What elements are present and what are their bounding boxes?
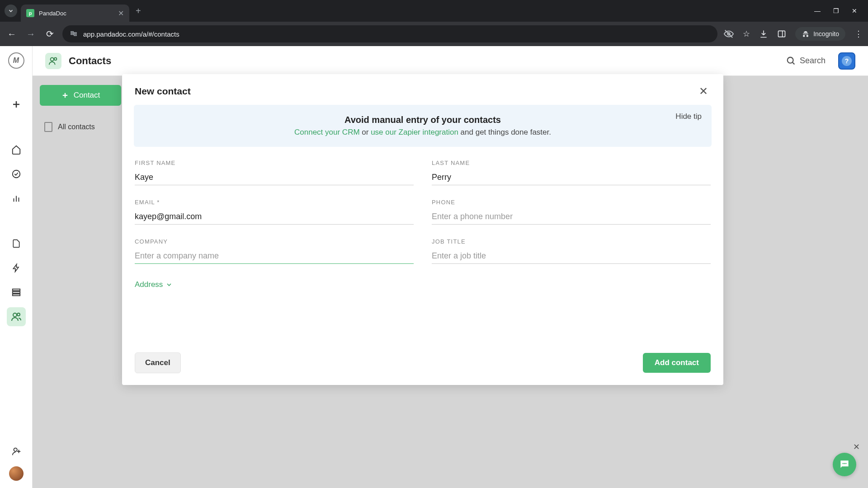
tab-search-button[interactable] bbox=[5, 5, 17, 17]
phone-label: PHONE bbox=[432, 199, 711, 206]
first-name-field: FIRST NAME bbox=[135, 160, 414, 185]
svg-point-30 bbox=[845, 463, 847, 465]
app-root: M bbox=[0, 46, 868, 488]
new-contact-modal: New contact ✕ Hide tip Avoid manual entr… bbox=[122, 74, 723, 385]
company-input[interactable] bbox=[135, 249, 414, 264]
contacts-side-column: Contact All contacts bbox=[40, 85, 121, 132]
last-name-input[interactable] bbox=[432, 170, 711, 185]
rail-catalog-icon[interactable] bbox=[7, 283, 26, 302]
first-name-label: FIRST NAME bbox=[135, 160, 414, 166]
left-rail: M bbox=[0, 46, 33, 488]
modal-title: New contact bbox=[135, 86, 191, 97]
tip-title: Avoid manual entry of your contacts bbox=[145, 115, 701, 125]
maximize-icon[interactable]: ❐ bbox=[833, 7, 839, 14]
browser-tab[interactable]: p PandaDoc ✕ bbox=[21, 5, 129, 22]
svg-point-18 bbox=[17, 313, 20, 316]
tab-close-icon[interactable]: ✕ bbox=[118, 9, 124, 18]
close-window-icon[interactable]: ✕ bbox=[852, 7, 857, 14]
svg-point-10 bbox=[12, 170, 20, 178]
svg-rect-16 bbox=[12, 294, 20, 296]
connect-crm-link[interactable]: Connect your CRM bbox=[294, 128, 360, 136]
window-controls: ― ❐ ✕ bbox=[814, 7, 863, 14]
modal-close-icon[interactable]: ✕ bbox=[696, 84, 711, 99]
kebab-menu-icon[interactable]: ⋮ bbox=[854, 29, 863, 39]
email-input[interactable] bbox=[135, 209, 414, 225]
job-title-field: JOB TITLE bbox=[432, 238, 711, 264]
rail-documents-icon[interactable] bbox=[7, 234, 26, 253]
rail-automation-icon[interactable] bbox=[7, 258, 26, 277]
all-contacts-item[interactable]: All contacts bbox=[40, 122, 121, 132]
hide-tip-button[interactable]: Hide tip bbox=[675, 112, 702, 121]
url-field[interactable]: app.pandadoc.com/a/#/contacts bbox=[62, 25, 717, 42]
back-icon[interactable]: ← bbox=[5, 29, 18, 39]
eye-off-icon[interactable] bbox=[724, 29, 734, 39]
job-title-label: JOB TITLE bbox=[432, 238, 711, 245]
svg-point-22 bbox=[51, 57, 54, 61]
new-contact-label: Contact bbox=[74, 91, 100, 100]
contacts-page-icon bbox=[45, 53, 61, 69]
bookmark-star-icon[interactable]: ☆ bbox=[743, 29, 750, 39]
rail-reports-icon[interactable] bbox=[7, 189, 26, 208]
svg-point-28 bbox=[842, 463, 844, 465]
new-tab-button[interactable]: + bbox=[133, 6, 144, 16]
incognito-label: Incognito bbox=[813, 30, 839, 38]
help-button[interactable]: ? bbox=[838, 52, 855, 70]
chat-fab[interactable] bbox=[833, 453, 856, 476]
incognito-badge[interactable]: Incognito bbox=[795, 27, 845, 41]
page-title: Contacts bbox=[69, 55, 111, 67]
last-name-label: LAST NAME bbox=[432, 160, 711, 166]
modal-footer: Cancel Add contact bbox=[122, 352, 723, 373]
zapier-link[interactable]: use our Zapier integration bbox=[371, 128, 458, 136]
svg-point-19 bbox=[14, 448, 17, 451]
add-contact-button[interactable]: Add contact bbox=[643, 353, 711, 373]
chat-dismiss-icon[interactable]: ✕ bbox=[853, 442, 860, 452]
phone-input[interactable] bbox=[432, 209, 711, 225]
job-title-input[interactable] bbox=[432, 249, 711, 264]
svg-rect-14 bbox=[12, 289, 20, 291]
svg-rect-2 bbox=[74, 33, 76, 33]
tip-body: Connect your CRM or use our Zapier integ… bbox=[145, 128, 701, 137]
svg-point-29 bbox=[844, 463, 845, 465]
rail-invite-icon[interactable] bbox=[7, 442, 26, 461]
forward-icon[interactable]: → bbox=[24, 29, 37, 39]
address-label: Address bbox=[135, 280, 163, 289]
workspace-logo[interactable]: M bbox=[8, 52, 24, 69]
svg-rect-15 bbox=[12, 291, 20, 293]
company-field: COMPANY bbox=[135, 238, 414, 264]
svg-rect-6 bbox=[778, 31, 785, 37]
address-toggle[interactable]: Address bbox=[135, 280, 711, 289]
reload-icon[interactable]: ⟳ bbox=[43, 28, 56, 39]
svg-point-23 bbox=[54, 57, 57, 60]
site-settings-icon[interactable] bbox=[70, 30, 78, 38]
svg-point-17 bbox=[13, 313, 17, 317]
page-header: Contacts Search ? bbox=[33, 46, 868, 76]
tab-strip: p PandaDoc ✕ + ― ❐ ✕ bbox=[0, 0, 868, 22]
email-label: EMAIL * bbox=[135, 199, 414, 206]
browser-chrome: p PandaDoc ✕ + ― ❐ ✕ ← → ⟳ app.pandadoc.… bbox=[0, 0, 868, 46]
search-label: Search bbox=[800, 56, 826, 66]
rail-home-icon[interactable] bbox=[7, 140, 26, 159]
chevron-down-icon bbox=[165, 281, 173, 288]
rail-create-icon[interactable] bbox=[7, 95, 26, 114]
tip-box: Hide tip Avoid manual entry of your cont… bbox=[134, 105, 712, 147]
rail-contacts-icon[interactable] bbox=[7, 307, 26, 326]
address-bar: ← → ⟳ app.pandadoc.com/a/#/contacts ☆ In… bbox=[0, 22, 868, 46]
side-panel-icon[interactable] bbox=[777, 29, 786, 38]
downloads-icon[interactable] bbox=[759, 29, 768, 38]
cancel-button[interactable]: Cancel bbox=[135, 352, 181, 373]
rail-tasks-icon[interactable] bbox=[7, 164, 26, 183]
url-text: app.pandadoc.com/a/#/contacts bbox=[83, 30, 179, 38]
svg-point-24 bbox=[788, 57, 793, 63]
company-label: COMPANY bbox=[135, 238, 414, 245]
tab-title: PandaDoc bbox=[39, 10, 113, 17]
document-icon bbox=[44, 122, 52, 132]
email-field: EMAIL * bbox=[135, 199, 414, 225]
new-contact-button[interactable]: Contact bbox=[40, 85, 121, 106]
first-name-input[interactable] bbox=[135, 170, 414, 185]
svg-rect-3 bbox=[74, 35, 76, 36]
minimize-icon[interactable]: ― bbox=[814, 7, 821, 14]
last-name-field: LAST NAME bbox=[432, 160, 711, 185]
rail-avatar[interactable] bbox=[9, 466, 24, 481]
tab-favicon: p bbox=[26, 9, 34, 17]
search-button[interactable]: Search bbox=[781, 53, 831, 69]
